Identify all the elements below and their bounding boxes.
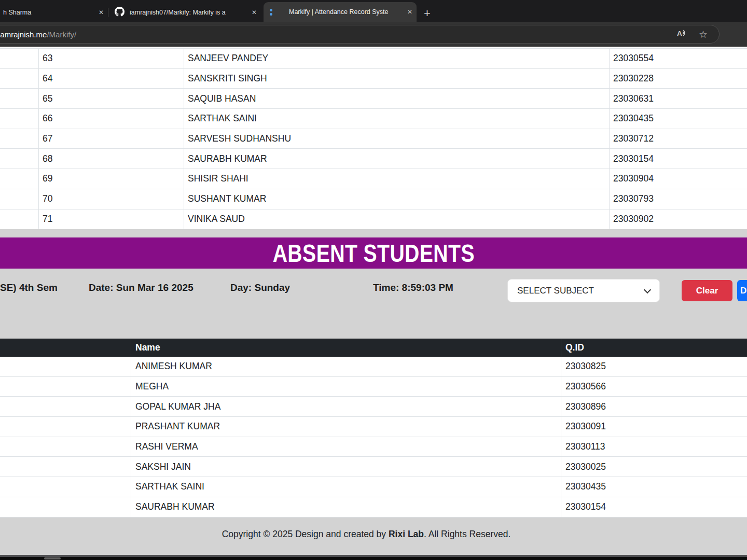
subject-select-value: SELECT SUBJECT (517, 286, 594, 296)
row-left-cell (0, 149, 39, 169)
table-row: GOPAL KUMAR JHA 23030896 (0, 397, 747, 417)
markify-favicon-icon (270, 9, 272, 16)
serial-cell: 69 (39, 169, 184, 189)
absent-students-banner: ABSENT STUDENTS (0, 237, 747, 269)
table-row: SAKSHI JAIN 23030025 (0, 457, 747, 477)
tab-3-title: Markify | Attendance Record Syste (278, 8, 403, 16)
table-row: 65 SAQUIB HASAN 23030631 (0, 88, 747, 108)
name-cell: ANIMESH KUMAR (131, 357, 561, 376)
name-cell: SHISIR SHAHI (184, 169, 610, 189)
qid-cell: 23030113 (561, 437, 747, 457)
table-row: RASHI VERMA 23030113 (0, 437, 747, 457)
url-domain: iamrajnish.me (0, 30, 47, 39)
tab-2-title: iamrajnish07/Markify: Markify is a (130, 9, 247, 16)
subject-select[interactable]: SELECT SUBJECT (507, 279, 660, 302)
tab-2[interactable]: iamrajnish07/Markify: Markify is a ✕ (108, 3, 261, 22)
browser-toolbar: iamrajnish.me/Markify/ A ☆ (0, 22, 747, 47)
row-left-cell (0, 417, 131, 437)
row-left-cell (0, 477, 131, 497)
serial-cell: 68 (39, 149, 184, 169)
name-cell: VINIKA SAUD (184, 209, 610, 229)
tab-1[interactable]: h Sharma ✕ (0, 3, 108, 22)
name-cell: MEGHA (131, 377, 561, 397)
table-row: SARTHAK SAINI 23030435 (0, 477, 747, 497)
row-left-cell (0, 69, 39, 89)
url-path: /Markify/ (47, 30, 76, 39)
table-row: 64 SANSKRITI SINGH 23030228 (0, 68, 747, 89)
row-left-cell (0, 129, 39, 149)
table-row: 63 SANJEEV PANDEY 23030554 (0, 48, 747, 68)
tab-3-active[interactable]: Markify | Attendance Record Syste ✕ (264, 2, 417, 22)
row-left-cell (0, 397, 131, 416)
name-cell: SARTHAK SAINI (184, 109, 610, 129)
row-left-cell (0, 109, 39, 129)
qid-cell: 23030228 (610, 69, 747, 89)
table-row: 67 SARVESH SUDHANSHU 23030712 (0, 129, 747, 149)
table-row: ANIMESH KUMAR 23030825 (0, 357, 747, 377)
horizontal-scrollbar-thumb[interactable] (44, 557, 61, 559)
qid-cell: 23030091 (561, 417, 747, 437)
row-left-cell (0, 209, 39, 229)
qid-cell: 23030435 (561, 477, 747, 497)
chevron-down-icon (644, 286, 651, 293)
table-row: 70 SUSHANT KUMAR 23030793 (0, 189, 747, 209)
download-button[interactable]: Download (737, 280, 747, 301)
github-icon (115, 7, 125, 18)
qid-cell: 23030825 (561, 357, 747, 376)
qid-cell: 23030025 (561, 457, 747, 477)
serial-cell: 64 (39, 69, 184, 89)
serial-cell: 67 (39, 129, 184, 149)
table-row: PRASHANT KUMAR 23030091 (0, 417, 747, 437)
serial-cell: 70 (39, 189, 184, 209)
row-left-cell (0, 357, 131, 376)
qid-cell: 23030904 (610, 169, 747, 189)
table-row: MEGHA 23030566 (0, 377, 747, 397)
close-icon[interactable]: ✕ (247, 9, 261, 16)
absent-students-table: Name Q.ID ANIMESH KUMAR 23030825 MEGHA 2… (0, 339, 747, 517)
row-left-cell (0, 169, 39, 189)
absent-table-header: Name Q.ID (0, 339, 747, 357)
table-row: 68 SAURABH KUMAR 23030154 (0, 148, 747, 169)
new-tab-button[interactable]: + (424, 8, 431, 19)
clear-button[interactable]: Clear (682, 280, 732, 301)
bottom-bar (0, 557, 747, 560)
name-cell: SAKSHI JAIN (131, 457, 561, 477)
tab-1-title: h Sharma (3, 9, 94, 16)
url-text[interactable]: iamrajnish.me/Markify/ (0, 30, 676, 39)
qid-cell: 23030154 (561, 497, 747, 517)
table-row: 69 SHISIR SHAHI 23030904 (0, 169, 747, 189)
header-left-cell (0, 339, 131, 357)
close-icon[interactable]: ✕ (94, 9, 108, 16)
name-cell: SARVESH SUDHANSHU (184, 129, 610, 149)
table-row: 66 SARTHAK SAINI 23030435 (0, 108, 747, 129)
row-left-cell (0, 497, 131, 517)
present-students-table: 63 SANJEEV PANDEY 23030554 64 SANSKRITI … (0, 47, 747, 229)
row-left-cell (0, 377, 131, 397)
qid-cell: 23030793 (610, 189, 747, 209)
browser-window: h Sharma ✕ iamrajnish07/Markify: Markify… (0, 0, 747, 560)
favorites-star-icon[interactable]: ☆ (699, 30, 708, 39)
header-qid: Q.ID (561, 339, 747, 357)
name-cell: PRASHANT KUMAR (131, 417, 561, 437)
day-label: Day: Sunday (230, 282, 290, 293)
name-cell: SUSHANT KUMAR (184, 189, 610, 209)
table-row: SAURABH KUMAR 23030154 (0, 497, 747, 517)
footer-prefix: Copyright © 2025 Design and created by (222, 529, 389, 539)
name-cell: SAURABH KUMAR (131, 497, 561, 517)
address-bar[interactable]: iamrajnish.me/Markify/ A ☆ (0, 25, 720, 44)
footer-suffix: . All Rights Reserved. (424, 529, 510, 539)
read-aloud-icon[interactable]: A (676, 28, 687, 40)
page-content: 63 SANJEEV PANDEY 23030554 64 SANSKRITI … (0, 47, 747, 555)
footer-brand: Rixi Lab (389, 529, 424, 539)
close-icon[interactable]: ✕ (403, 8, 417, 16)
qid-cell: 23030435 (610, 109, 747, 129)
svg-text:A: A (677, 30, 682, 37)
qid-cell: 23030902 (610, 209, 747, 229)
name-cell: SAQUIB HASAN (184, 89, 610, 108)
copyright-footer: Copyright © 2025 Design and created by R… (0, 529, 732, 540)
qid-cell: 23030631 (610, 89, 747, 108)
name-cell: SAURABH KUMAR (184, 149, 610, 169)
serial-cell: 63 (39, 49, 184, 68)
qid-cell: 23030554 (610, 49, 747, 68)
row-left-cell (0, 189, 39, 209)
